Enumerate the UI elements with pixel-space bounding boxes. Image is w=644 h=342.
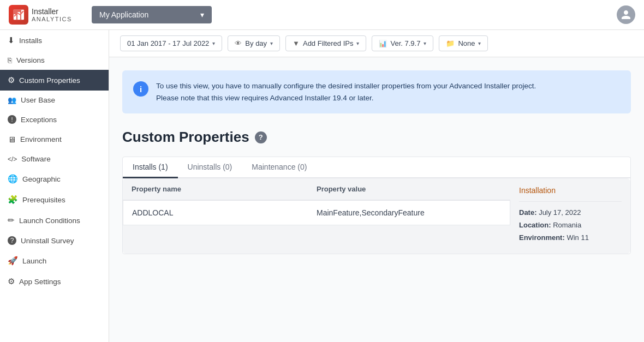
- sidebar-item-label: Custom Properties: [19, 76, 80, 85]
- sidebar-item-label: Installs: [19, 37, 42, 45]
- none-arrow-icon: ▾: [478, 40, 481, 46]
- filter-ips-arrow-icon: ▾: [356, 40, 359, 46]
- info-line2: Please note that this view requires Adva…: [156, 94, 373, 102]
- tab-installs[interactable]: Installs (1): [123, 157, 178, 178]
- tab-maintenance[interactable]: Maintenance (0): [242, 157, 317, 178]
- sidebar-item-label: User Base: [21, 96, 55, 104]
- environment-value: Win 11: [567, 233, 588, 242]
- version-filter[interactable]: 📊 Ver. 7.9.7 ▾: [372, 35, 433, 51]
- app-dropdown[interactable]: My Application ▾: [92, 6, 212, 23]
- filter-ips-label: Add Filtered IPs: [303, 39, 354, 47]
- side-panel-title: Installation: [519, 186, 622, 195]
- sidebar-item-uninstall-survey[interactable]: ? Uninstall Survey: [0, 231, 109, 250]
- tab-uninstalls[interactable]: Uninstalls (0): [178, 157, 242, 178]
- side-panel-date: Date: July 17, 2022: [519, 208, 622, 217]
- location-label: Location:: [519, 221, 551, 229]
- info-text: To use this view, you have to manually c…: [156, 80, 536, 104]
- sidebar-item-user-base[interactable]: 👥 User Base: [0, 91, 109, 110]
- side-panel-location: Location: Romania: [519, 221, 622, 229]
- property-name-header: Property name: [132, 185, 317, 193]
- filter-ips-btn[interactable]: ▼ Add Filtered IPs ▾: [285, 35, 366, 51]
- sidebar-item-label: Launch Conditions: [19, 217, 80, 225]
- installs-icon: ⬇: [8, 35, 15, 45]
- geographic-icon: 🌐: [8, 174, 18, 184]
- sidebar-item-launch-conditions[interactable]: ✏ Launch Conditions: [0, 210, 109, 231]
- filter-icon: ▼: [293, 39, 300, 47]
- launch-icon: 🚀: [8, 256, 18, 266]
- table-row[interactable]: ADDLOCAL MainFeature,SecondaryFeature: [123, 200, 510, 225]
- app-dropdown-label: My Application: [99, 10, 148, 19]
- svg-rect-1: [17, 12, 20, 20]
- none-label: None: [458, 39, 475, 47]
- side-panel: Installation Date: July 17, 2022 Locatio…: [510, 178, 630, 254]
- version-arrow-icon: ▾: [424, 40, 426, 46]
- sidebar-item-app-settings[interactable]: ⚙ App Settings: [0, 271, 109, 292]
- property-name-cell: ADDLOCAL: [132, 208, 317, 217]
- info-line1: To use this view, you have to manually c…: [156, 82, 536, 90]
- sidebar-item-geographic[interactable]: 🌐 Geographic: [0, 169, 109, 189]
- logo-analytics: ANALYTICS: [32, 16, 72, 22]
- tabs-and-table: Installs (1) Uninstalls (0) Maintenance …: [122, 157, 631, 254]
- launch-conditions-icon: ✏: [8, 215, 15, 225]
- logo-text: Installer ANALYTICS: [32, 7, 72, 22]
- logo-icon: [9, 5, 28, 25]
- table-left: Property name Property value ADDLOCAL Ma…: [123, 178, 510, 254]
- sidebar-item-versions[interactable]: ⎘ Versions: [0, 51, 109, 70]
- environment-icon: 🖥: [8, 135, 16, 144]
- user-base-icon: 👥: [8, 96, 16, 104]
- sidebar-item-software[interactable]: </> Software: [0, 149, 109, 169]
- custom-properties-icon: ⚙: [8, 75, 15, 85]
- table-header: Property name Property value: [123, 178, 510, 200]
- sidebar: ⬇ Installs ⎘ Versions ⚙ Custom Propertie…: [0, 30, 109, 342]
- date-range-value: 01 Jan 2017 - 17 Jul 2022: [127, 39, 209, 47]
- date-range-filter[interactable]: 01 Jan 2017 - 17 Jul 2022 ▾: [120, 35, 222, 51]
- sidebar-item-label: Versions: [16, 56, 45, 64]
- sidebar-item-custom-properties[interactable]: ⚙ Custom Properties: [0, 70, 109, 91]
- prerequisites-icon: 🧩: [8, 195, 18, 205]
- sidebar-item-label: Exceptions: [21, 116, 57, 124]
- sidebar-item-label: Geographic: [22, 175, 61, 183]
- avatar-icon: [621, 9, 631, 20]
- sidebar-item-installs[interactable]: ⬇ Installs: [0, 30, 109, 51]
- sidebar-item-prerequisites[interactable]: 🧩 Prerequisites: [0, 189, 109, 210]
- date-value: July 17, 2022: [539, 208, 581, 217]
- info-icon: i: [133, 81, 148, 97]
- sidebar-item-exceptions[interactable]: ! Exceptions: [0, 110, 109, 129]
- logo: Installer ANALYTICS: [9, 5, 85, 25]
- help-icon[interactable]: ?: [255, 131, 267, 143]
- topbar: Installer ANALYTICS My Application ▾: [0, 0, 644, 30]
- avatar[interactable]: [617, 5, 635, 24]
- sidebar-item-label: Environment: [20, 135, 62, 143]
- versions-icon: ⎘: [8, 56, 12, 64]
- location-value: Romania: [553, 221, 581, 229]
- info-box: i To use this view, you have to manually…: [122, 70, 631, 113]
- property-value-header: Property value: [317, 185, 502, 193]
- sidebar-item-label: App Settings: [19, 278, 61, 286]
- folder-icon: 📁: [446, 39, 455, 47]
- sidebar-item-label: Prerequisites: [22, 196, 65, 204]
- date-range-arrow-icon: ▾: [212, 40, 215, 46]
- page-title-row: Custom Properties ?: [122, 129, 631, 146]
- main: 01 Jan 2017 - 17 Jul 2022 ▾ 👁 By day ▾ ▼…: [109, 30, 644, 342]
- app-settings-icon: ⚙: [8, 277, 15, 286]
- layout: ⬇ Installs ⎘ Versions ⚙ Custom Propertie…: [0, 30, 644, 342]
- svg-rect-2: [21, 10, 24, 20]
- page-title: Custom Properties: [122, 129, 249, 146]
- sidebar-item-environment[interactable]: 🖥 Environment: [0, 129, 109, 149]
- by-day-label: By day: [245, 39, 267, 47]
- side-panel-divider: [519, 201, 622, 202]
- sidebar-item-label: Launch: [22, 257, 46, 265]
- exceptions-icon: !: [8, 115, 16, 124]
- sidebar-item-launch[interactable]: 🚀 Launch: [0, 250, 109, 271]
- environment-label: Environment:: [519, 233, 565, 242]
- by-day-filter[interactable]: 👁 By day ▾: [228, 35, 280, 51]
- none-filter[interactable]: 📁 None ▾: [439, 35, 488, 51]
- filters-bar: 01 Jan 2017 - 17 Jul 2022 ▾ 👁 By day ▾ ▼…: [109, 30, 644, 57]
- version-icon: 📊: [379, 40, 387, 47]
- sidebar-item-label: Uninstall Survey: [21, 237, 74, 245]
- side-panel-environment: Environment: Win 11: [519, 233, 622, 242]
- software-icon: </>: [8, 155, 17, 163]
- by-day-arrow-icon: ▾: [270, 40, 273, 46]
- app-dropdown-arrow-icon: ▾: [200, 10, 204, 19]
- date-label: Date:: [519, 208, 537, 217]
